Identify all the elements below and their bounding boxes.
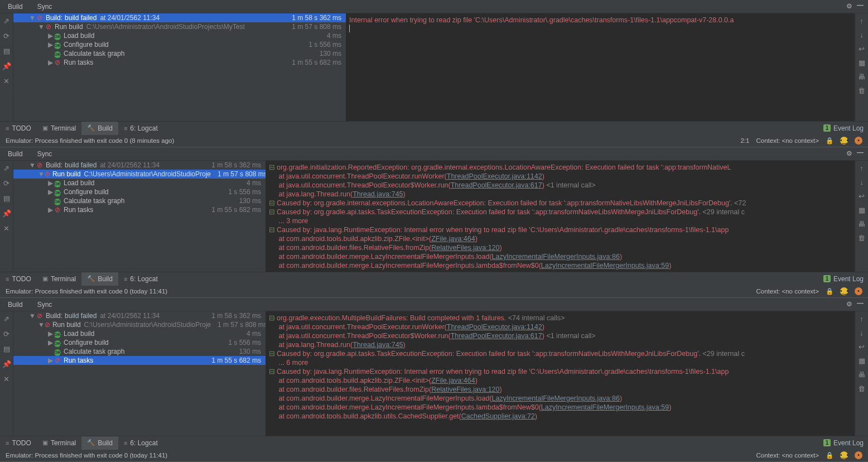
down-arrow-icon[interactable]: ↓ (860, 329, 864, 337)
tab-logcat[interactable]: ≡6: Logcat (118, 122, 163, 135)
event-log-button[interactable]: 1Event Log (823, 124, 864, 132)
stacktrace-link[interactable]: ZFile.java:464 (431, 235, 475, 243)
tree-row[interactable]: ▶OKLoad build4 ms (13, 179, 266, 187)
tab-terminal[interactable]: ▣Terminal (37, 122, 81, 135)
expand-arrow-icon[interactable]: ▼ (29, 161, 36, 169)
tree-row[interactable]: OKCalculate task graph130 ms (13, 196, 266, 205)
fold-icon[interactable]: ⊟ (269, 199, 274, 208)
close-icon[interactable]: ✕ (3, 224, 9, 233)
tab-sync[interactable]: Sync (35, 299, 55, 311)
console-output[interactable]: ⊟org.gradle.initialization.ReportedExcep… (266, 161, 855, 272)
wrap-icon[interactable]: ↩ (859, 192, 865, 200)
tree-row[interactable]: ▶⊘Run tasks1 m 55 s 682 ms (13, 58, 346, 67)
sad-face-icon[interactable]: •︵• (855, 451, 862, 459)
print-icon[interactable]: 🖶 (858, 73, 865, 81)
expand-arrow-icon[interactable]: ▼ (29, 14, 36, 22)
gear-icon[interactable]: ⚙ (846, 150, 852, 157)
tree-row[interactable]: ▼⊘Run buildC:\Users\Administrator\Androi… (13, 320, 266, 329)
stacktrace-link[interactable]: LazyIncrementalFileMergerInputs.java:86 (492, 253, 620, 261)
stacktrace-link[interactable]: RelativeFiles.java:120 (431, 386, 499, 393)
stacktrace-link[interactable]: ThreadPoolExecutor.java:1142 (447, 172, 542, 180)
expand-arrow-icon[interactable]: ▼ (38, 321, 45, 329)
expand-arrow-icon[interactable]: ▶ (47, 206, 54, 214)
stack-icon[interactable]: ▤ (3, 345, 10, 353)
build-tree[interactable]: ▼⊘Build:build failedat 24/01/2562 11:341… (13, 13, 346, 121)
lock-icon[interactable]: 🔒 (826, 137, 833, 145)
expand-arrow-icon[interactable]: ▶ (47, 41, 54, 49)
lock-icon[interactable]: 🔒 (826, 287, 833, 295)
tab-build-bottom[interactable]: 🔨Build (81, 272, 118, 286)
stacktrace-link[interactable]: ThreadPoolExecutor.java:617 (451, 181, 542, 189)
pin-icon[interactable]: 📌 (2, 62, 11, 70)
tab-sync[interactable]: Sync (35, 148, 55, 160)
tree-row[interactable]: OKCalculate task graph130 ms (13, 49, 346, 58)
stacktrace-link[interactable]: ThreadPoolExecutor.java:1142 (447, 323, 542, 331)
tree-row[interactable]: ▼⊘Build:build failedat 24/01/2562 11:341… (13, 161, 266, 170)
expand-arrow-icon[interactable]: ▶ (47, 357, 54, 364)
sad-face-icon[interactable]: •︵• (855, 287, 862, 295)
fold-icon[interactable]: ⊟ (269, 163, 274, 172)
pin-icon[interactable]: 📌 (2, 360, 11, 368)
hammer-icon[interactable]: ⇗ (3, 17, 9, 25)
close-icon[interactable]: ✕ (3, 77, 9, 85)
happy-face-icon[interactable]: •‿• (840, 451, 848, 459)
event-log-button[interactable]: 1Event Log (823, 275, 864, 283)
stack-icon[interactable]: ▤ (3, 194, 10, 203)
hammer-icon[interactable]: ⇗ (3, 164, 9, 172)
minimize-icon[interactable]: — (857, 299, 864, 307)
tree-row[interactable]: ▶OKLoad build4 ms (13, 329, 266, 338)
wrap-icon[interactable]: ↩ (859, 343, 865, 351)
tab-todo[interactable]: ≡TODO (0, 272, 37, 286)
layout-icon[interactable]: ▦ (859, 357, 865, 365)
sync-icon[interactable]: ⟳ (3, 330, 9, 338)
close-icon[interactable]: ✕ (3, 375, 9, 383)
print-icon[interactable]: 🖶 (858, 220, 865, 228)
tree-row[interactable]: ▶⊘Run tasks1 m 55 s 682 ms (13, 205, 266, 214)
wrap-icon[interactable]: ↩ (859, 45, 865, 53)
tab-terminal[interactable]: ▣Terminal (37, 272, 81, 286)
expand-arrow-icon[interactable]: ▶ (47, 59, 54, 66)
build-tree[interactable]: ▼⊘Build:build failedat 24/01/2562 11:341… (13, 161, 266, 272)
fold-icon[interactable]: ⊟ (269, 367, 274, 376)
stacktrace-link[interactable]: LazyIncrementalFileMergerInputs.java:59 (541, 262, 669, 270)
fold-icon[interactable]: ⊟ (269, 349, 274, 358)
tree-row[interactable]: ▶⊘Run tasks1 m 55 s 682 ms (13, 356, 266, 365)
sad-face-icon[interactable]: •︵• (855, 137, 862, 145)
tab-logcat[interactable]: ≡6: Logcat (118, 436, 163, 450)
tree-row[interactable]: OKCalculate task graph130 ms (13, 347, 266, 356)
down-arrow-icon[interactable]: ↓ (860, 178, 864, 186)
stacktrace-link[interactable]: RelativeFiles.java:120 (431, 244, 499, 252)
print-icon[interactable]: 🖶 (858, 370, 865, 379)
tab-build-bottom[interactable]: 🔨Build (81, 436, 118, 450)
happy-face-icon[interactable]: •‿• (840, 287, 848, 295)
minimize-icon[interactable]: — (857, 1, 864, 9)
fold-icon[interactable]: ⊟ (269, 208, 274, 216)
stacktrace-link[interactable]: Thread.java:745 (353, 190, 403, 198)
down-arrow-icon[interactable]: ↓ (860, 31, 864, 39)
up-arrow-icon[interactable]: ↑ (860, 315, 864, 323)
tree-row[interactable]: ▼⊘Build:build failedat 24/01/2562 11:341… (13, 13, 346, 22)
sync-icon[interactable]: ⟳ (3, 179, 9, 187)
tab-build[interactable]: Build (6, 1, 25, 13)
stacktrace-link[interactable]: ZFile.java:464 (431, 377, 475, 384)
stacktrace-link[interactable]: LazyIncrementalFileMergerInputs.java:59 (541, 403, 669, 411)
expand-arrow-icon[interactable]: ▼ (38, 170, 45, 178)
tree-row[interactable]: ▼⊘Build:build failedat 24/01/2562 11:341… (13, 311, 266, 320)
tree-row[interactable]: ▶OKConfigure build1 s 556 ms (13, 187, 266, 196)
expand-arrow-icon[interactable]: ▶ (47, 32, 54, 40)
expand-arrow-icon[interactable]: ▶ (47, 188, 54, 196)
layout-icon[interactable]: ▦ (859, 59, 865, 67)
lock-icon[interactable]: 🔒 (826, 451, 833, 459)
event-log-button[interactable]: 1Event Log (823, 439, 864, 447)
tree-row[interactable]: ▶OKConfigure build1 s 556 ms (13, 338, 266, 347)
expand-arrow-icon[interactable]: ▶ (47, 330, 54, 338)
gear-icon[interactable]: ⚙ (846, 2, 852, 10)
console-output[interactable]: Internal error when trying to read zip f… (346, 13, 855, 121)
stacktrace-link[interactable]: ThreadPoolExecutor.java:617 (451, 332, 542, 340)
expand-arrow-icon[interactable]: ▶ (47, 339, 54, 346)
tab-sync[interactable]: Sync (35, 1, 55, 13)
stacktrace-link[interactable]: LazyIncrementalFileMergerInputs.java:86 (492, 394, 620, 402)
tree-row[interactable]: ▶OKLoad build4 ms (13, 31, 346, 40)
expand-arrow-icon[interactable]: ▶ (47, 179, 54, 187)
hammer-icon[interactable]: ⇗ (3, 315, 9, 323)
